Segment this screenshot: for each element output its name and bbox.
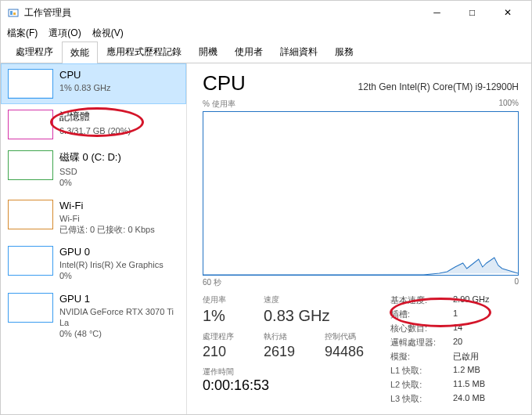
disk-title: 磁碟 0 (C: D:) [59,150,179,164]
gpu0-title: GPU 0 [59,246,179,258]
cores-label: 核心數目: [390,323,453,334]
graph-bottom-right: 0 [514,277,519,288]
handles-value: 94486 [325,344,372,360]
gpu0-sub1: Intel(R) Iris(R) Xe Graphics [59,259,179,270]
menu-file[interactable]: 檔案(F) [7,27,38,40]
svg-rect-2 [13,13,16,15]
l3-value: 24.0 MB [453,393,485,405]
gpu1-sub1: NVIDIA GeForce RTX 3070 Ti La [59,306,179,329]
handles-label: 控制代碼 [325,331,372,342]
threads-label: 執行緒 [264,331,311,342]
base-speed-label: 基本速度: [390,294,453,306]
cpu-name: 12th Gen Intel(R) Core(TM) i9-12900H [358,81,519,92]
cpu-thumb [8,69,53,99]
tab-startup[interactable]: 開機 [190,41,226,63]
disk-thumb [8,150,53,180]
wifi-title: Wi-Fi [59,200,179,211]
wifi-sub2: 已傳送: 0 已接收: 0 Kbps [59,224,179,235]
uptime-label: 運作時間 [203,366,372,377]
app-icon [7,6,20,19]
memory-title: 記憶體 [59,110,179,124]
specs-panel: 基本速度:2.90 GHz 插槽:1 核心數目:14 邏輯處理器:20 模擬:已… [390,294,519,407]
sidebar-item-wifi[interactable]: Wi-Fi Wi-Fi 已傳送: 0 已接收: 0 Kbps [1,194,186,241]
titlebar: 工作管理員 ─ □ ✕ [1,1,531,24]
sockets-label: 插槽: [390,309,453,320]
tabbar: 處理程序 效能 應用程式歷程記錄 開機 使用者 詳細資料 服務 [1,42,531,63]
l3-label: L3 快取: [390,393,453,405]
processes-value: 210 [203,344,250,360]
tab-users[interactable]: 使用者 [226,41,271,63]
speed-value: 0.83 GHz [264,307,329,325]
usage-value: 1% [203,307,250,325]
sidebar-item-gpu1[interactable]: GPU 1 NVIDIA GeForce RTX 3070 Ti La 0% (… [1,287,186,345]
tab-details[interactable]: 詳細資料 [271,41,326,63]
l1-label: L1 快取: [390,365,453,377]
wifi-sub1: Wi-Fi [59,213,179,224]
gpu1-title: GPU 1 [59,293,179,305]
uptime-value: 0:00:16:53 [203,377,372,394]
graph-bottom-left: 60 秒 [203,277,221,288]
graph-label-left: % 使用率 [203,99,235,110]
sidebar-item-cpu[interactable]: CPU 1% 0.83 GHz [1,63,186,104]
logical-value: 20 [453,337,462,348]
tab-services[interactable]: 服務 [326,41,362,63]
processes-label: 處理程序 [203,331,250,342]
cpu-graph [203,111,519,276]
sidebar-item-disk[interactable]: 磁碟 0 (C: D:) SSD 0% [1,145,186,194]
virt-label: 模擬: [390,351,453,363]
disk-sub2: 0% [59,177,179,188]
gpu1-thumb [8,293,53,323]
close-button[interactable]: ✕ [490,1,525,24]
base-speed-value: 2.90 GHz [453,294,489,306]
main-title: CPU [203,71,246,96]
l2-value: 11.5 MB [453,379,485,391]
sockets-value: 1 [453,309,458,320]
sidebar: CPU 1% 0.83 GHz 記憶體 6.3/31.7 GB (20%) 磁碟… [1,63,187,414]
l1-value: 1.2 MB [453,365,480,377]
disk-sub1: SSD [59,166,179,177]
wifi-thumb [8,200,53,229]
tab-processes[interactable]: 處理程序 [7,41,62,63]
sidebar-item-memory[interactable]: 記憶體 6.3/31.7 GB (20%) [1,104,186,145]
window-controls: ─ □ ✕ [419,1,525,24]
cpu-title: CPU [59,69,179,81]
menu-view[interactable]: 檢視(V) [92,27,124,40]
tab-performance[interactable]: 效能 [62,42,98,63]
gpu0-thumb [8,246,53,276]
usage-label: 使用率 [203,294,250,305]
gpu1-sub2: 0% (48 °C) [59,328,179,339]
menu-options[interactable]: 選項(O) [49,27,81,40]
content-area: CPU 1% 0.83 GHz 記憶體 6.3/31.7 GB (20%) 磁碟… [1,63,531,414]
gpu0-sub2: 0% [59,270,179,281]
minimize-button[interactable]: ─ [419,1,455,24]
threads-value: 2619 [264,344,311,360]
graph-label-right: 100% [498,99,519,110]
sidebar-item-gpu0[interactable]: GPU 0 Intel(R) Iris(R) Xe Graphics 0% [1,240,186,287]
logical-label: 邏輯處理器: [390,337,453,348]
maximize-button[interactable]: □ [455,1,490,24]
main-panel: CPU 12th Gen Intel(R) Core(TM) i9-12900H… [187,63,531,414]
memory-sub: 6.3/31.7 GB (20%) [59,125,179,136]
svg-rect-1 [10,11,13,15]
menubar: 檔案(F) 選項(O) 檢視(V) [1,24,531,42]
window-title: 工作管理員 [24,6,419,20]
virt-value: 已啟用 [453,351,479,363]
speed-label: 速度 [264,294,329,305]
cores-value: 14 [453,323,462,334]
memory-thumb [8,110,53,139]
cpu-sub: 1% 0.83 GHz [59,82,179,93]
l2-label: L2 快取: [390,379,453,391]
tab-app-history[interactable]: 應用程式歷程記錄 [98,41,190,63]
